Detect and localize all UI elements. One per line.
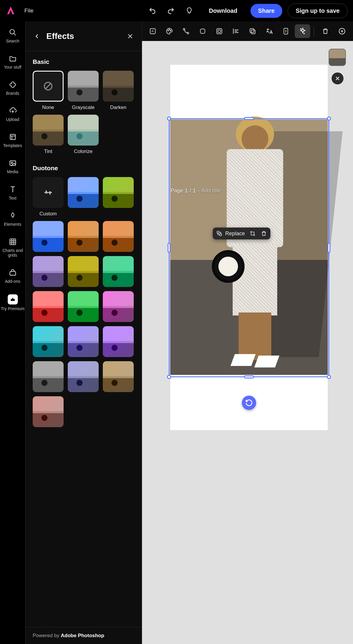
rail-item-text[interactable]: Text <box>0 184 25 202</box>
duotone-custom[interactable]: Custom <box>33 177 64 217</box>
rail-item-search[interactable]: Search <box>0 27 25 45</box>
ctx-color-button[interactable] <box>162 24 177 38</box>
effect-colorize[interactable]: Colorize <box>68 115 99 154</box>
rail-label: Charts and grids <box>0 248 25 258</box>
duotone-section-title: Duotone <box>33 165 135 172</box>
selection-handle-tl[interactable] <box>167 116 171 121</box>
file-menu[interactable]: File <box>21 6 37 16</box>
premium-icon <box>8 294 18 304</box>
rail-label: Brands <box>6 91 19 96</box>
duotone-swatch-13[interactable] <box>103 326 134 357</box>
duotone-swatch-2[interactable] <box>33 221 64 252</box>
selection-handle-tm[interactable] <box>244 117 254 120</box>
rail-item-brands[interactable]: Brands <box>0 79 25 97</box>
effects-panel: Effects Basic NoneGrayscaleDarkenTintCol… <box>26 21 142 644</box>
rail-item-upload[interactable]: Upload <box>0 105 25 123</box>
selection-handle-ml[interactable] <box>168 243 171 253</box>
ctx-effects-button[interactable] <box>295 24 310 38</box>
rail-item-elements[interactable]: Elements <box>0 210 25 228</box>
duotone-swatch-9[interactable] <box>68 291 99 322</box>
duotone-swatch-3[interactable] <box>68 221 99 252</box>
rail-item-charts[interactable]: Charts and grids <box>0 236 25 259</box>
rail-item-addons[interactable]: Add-ons <box>0 267 25 285</box>
ctx-delete-button[interactable] <box>318 24 333 38</box>
panel-back-button[interactable] <box>33 32 42 41</box>
selection-handle-bm[interactable] <box>244 375 254 378</box>
download-button[interactable]: Download <box>201 4 245 18</box>
signup-button[interactable]: Sign up to save <box>288 4 348 18</box>
svg-point-13 <box>187 32 189 34</box>
svg-rect-14 <box>200 29 205 33</box>
duotone-swatch-8[interactable] <box>33 291 64 322</box>
selection-handle-bl[interactable] <box>167 375 171 379</box>
ctx-align-button[interactable] <box>228 24 244 38</box>
crop-button[interactable] <box>249 230 256 237</box>
close-thumbnail-button[interactable] <box>332 72 343 84</box>
replace-icon <box>216 230 223 237</box>
duotone-swatch-16[interactable] <box>103 361 134 392</box>
duotone-swatch-17[interactable] <box>33 396 64 427</box>
svg-point-3 <box>11 162 12 163</box>
add-title-placeholder[interactable]: Add title <box>201 188 220 194</box>
duotone-swatch-1[interactable] <box>103 177 134 217</box>
replace-button[interactable]: Replace <box>216 230 245 237</box>
rail-label: Media <box>7 169 18 174</box>
page-label[interactable]: Page 1 / 1 - Add title <box>171 188 220 194</box>
duotone-swatch-15[interactable] <box>68 361 99 392</box>
ctx-mask-button[interactable] <box>212 24 227 38</box>
page-thumbnail[interactable] <box>329 49 346 66</box>
effect-label: Darken <box>110 105 127 111</box>
translate-icon <box>265 27 273 35</box>
curve-icon <box>182 27 190 35</box>
duotone-effects-grid: Custom <box>33 177 135 427</box>
effect-none[interactable]: None <box>33 71 64 111</box>
ctx-page-button[interactable] <box>278 24 294 38</box>
effect-darken[interactable]: Darken <box>103 71 134 111</box>
ctx-generative-button[interactable] <box>145 24 160 38</box>
panel-close-button[interactable] <box>126 32 135 41</box>
selection-handle-tr[interactable] <box>327 116 331 121</box>
charts-icon <box>8 237 17 246</box>
tips-button[interactable] <box>183 4 196 17</box>
align-icon <box>232 27 240 35</box>
share-button[interactable]: Share <box>250 4 283 18</box>
duotone-swatch-0[interactable] <box>68 177 99 217</box>
brands-icon <box>8 80 17 89</box>
effect-tint[interactable]: Tint <box>33 115 64 154</box>
svg-rect-18 <box>251 30 255 34</box>
duotone-swatch-6[interactable] <box>68 256 99 287</box>
canvas-area[interactable]: Page 1 / 1 - Add title Replace <box>142 21 353 644</box>
duotone-swatch-5[interactable] <box>33 256 64 287</box>
ctx-shape-button[interactable] <box>195 24 210 38</box>
duotone-swatch-4[interactable] <box>103 221 134 252</box>
selected-image[interactable] <box>170 119 328 375</box>
app-logo[interactable] <box>5 5 16 16</box>
ctx-add-button[interactable] <box>334 24 350 38</box>
revert-button[interactable] <box>242 396 256 410</box>
rail-item-premium[interactable]: Try Premium <box>0 293 25 312</box>
delete-button[interactable] <box>260 230 267 237</box>
svg-point-12 <box>183 29 185 30</box>
rail-item-media[interactable]: Media <box>0 157 25 175</box>
duotone-swatch-10[interactable] <box>103 291 134 322</box>
duotone-swatch-7[interactable] <box>103 256 134 287</box>
duotone-swatch-14[interactable] <box>33 361 64 392</box>
effect-label: Grayscale <box>72 105 95 111</box>
svg-point-9 <box>168 30 168 31</box>
selection-handle-mr[interactable] <box>327 243 330 253</box>
ctx-layers-button[interactable] <box>245 24 260 38</box>
undo-button[interactable] <box>146 4 159 17</box>
ctx-translate-button[interactable] <box>261 24 277 38</box>
rail-item-templates[interactable]: Templates <box>0 131 25 149</box>
effect-grayscale[interactable]: Grayscale <box>68 71 99 111</box>
duotone-swatch-11[interactable] <box>33 326 64 357</box>
ctx-curve-button[interactable] <box>178 24 194 38</box>
trash-icon <box>322 28 329 35</box>
page-icon <box>282 27 290 35</box>
rail-item-folder[interactable]: Your stuff <box>0 53 25 71</box>
crop-icon <box>249 230 256 237</box>
selection-handle-br[interactable] <box>327 375 331 379</box>
duotone-swatch-12[interactable] <box>68 326 99 357</box>
redo-button[interactable] <box>164 4 177 17</box>
stack-icon <box>249 27 256 35</box>
